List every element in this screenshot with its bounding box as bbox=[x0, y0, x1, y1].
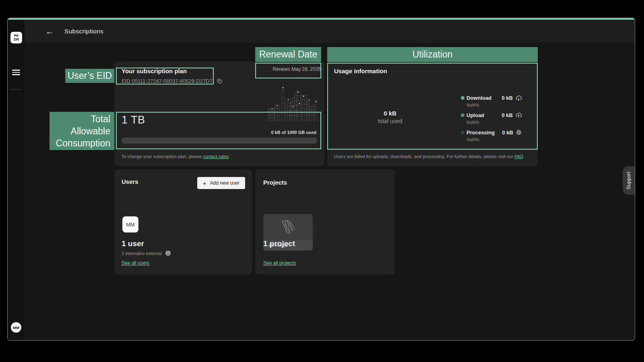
hamburger-menu-icon[interactable] bbox=[12, 68, 20, 76]
sidebar: Hx DR MM bbox=[8, 20, 25, 340]
annotation-renewal-date: Renewal Date bbox=[255, 47, 321, 62]
projects-card: Projects All Assets 1 project See all pr… bbox=[255, 169, 395, 274]
annotation-total-allowable-consumption: Total Allowable Consumption bbox=[50, 112, 114, 150]
page-title: Subscriptions bbox=[64, 28, 103, 35]
hxdr-logo-line2: DR bbox=[10, 38, 22, 42]
back-arrow-icon[interactable]: ← bbox=[45, 27, 54, 35]
copy-icon[interactable] bbox=[217, 78, 223, 84]
see-all-users-link[interactable]: See all users bbox=[122, 260, 149, 266]
users-card-title: Users bbox=[122, 178, 138, 185]
app-window: Hx DR MM ← Subscriptions Your subscripti… bbox=[7, 18, 635, 341]
support-tab[interactable]: Support bbox=[623, 166, 635, 195]
user-breakdown: 1 internalno external i bbox=[122, 251, 171, 256]
see-all-projects-link[interactable]: See all projects bbox=[263, 260, 296, 266]
wireframe-asset-icon bbox=[279, 219, 297, 236]
hxdr-logo[interactable]: Hx DR bbox=[10, 32, 22, 43]
annotation-utilization: Utilization bbox=[327, 47, 538, 62]
users-card: Users + Add new user MM 1 user 1 interna… bbox=[114, 169, 252, 274]
utilization-footer: Users are billed for uploads, downloads,… bbox=[334, 154, 523, 159]
user-count: 1 user bbox=[122, 239, 144, 248]
projects-card-title: Projects bbox=[263, 179, 287, 186]
annotation-utilization-outline bbox=[327, 63, 538, 150]
annotation-users-eid-outline bbox=[116, 68, 214, 84]
faq-link[interactable]: FAQ bbox=[514, 154, 523, 159]
project-count: 1 project bbox=[263, 239, 295, 248]
subscription-footer: To change your subscription plan, please… bbox=[122, 154, 229, 159]
user-avatar[interactable]: MM bbox=[11, 322, 21, 333]
top-accent-bar bbox=[8, 18, 635, 20]
annotation-users-eid: User’s EID bbox=[65, 69, 114, 83]
top-bar: ← Subscriptions bbox=[25, 20, 635, 43]
add-new-user-button[interactable]: + Add new user bbox=[197, 177, 245, 189]
sidebar-divider bbox=[11, 89, 21, 90]
member-avatar[interactable]: MM bbox=[122, 216, 138, 232]
info-icon[interactable]: i bbox=[165, 251, 171, 256]
plus-icon: + bbox=[203, 180, 206, 187]
annotation-renewal-date-outline bbox=[255, 63, 321, 78]
annotation-total-allowable-outline bbox=[116, 112, 321, 149]
contact-sales-link[interactable]: contact sales bbox=[203, 154, 229, 159]
